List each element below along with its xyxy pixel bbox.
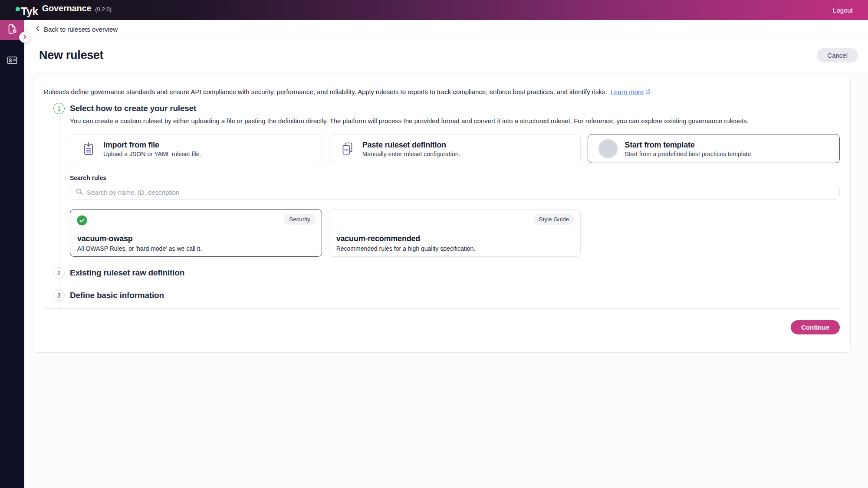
template-card-vacuum-owasp[interactable]: Security vacuum-owasp All OWASP Rules, o… — [70, 209, 322, 257]
option-card-paste-definition[interactable]: </> Paste ruleset definition Manually en… — [329, 134, 581, 163]
back-to-rulesets-link[interactable]: Back to rulesets overview — [35, 26, 118, 33]
template-category-badge: Style Guide — [533, 214, 575, 225]
logout-button[interactable]: Logout — [833, 7, 853, 14]
option-description: Upload a JSON or YAML ruleset file. — [103, 151, 201, 157]
search-icon — [76, 188, 83, 197]
template-category-badge: Security — [283, 214, 316, 225]
logo-product-text: Governance — [42, 3, 92, 13]
step-1-title: Select how to create your ruleset — [70, 103, 840, 114]
template-row: Security vacuum-owasp All OWASP Rules, o… — [70, 209, 840, 257]
import-file-icon — [81, 141, 96, 157]
chevron-left-icon — [35, 26, 41, 33]
new-ruleset-card: Rulesets define governance standards and… — [33, 77, 851, 353]
card-footer: Continue — [44, 320, 840, 334]
search-rules-input[interactable] — [87, 189, 834, 196]
sidebar-item-contacts[interactable] — [0, 51, 24, 71]
sidebar — [0, 20, 24, 488]
page-title: New ruleset — [39, 49, 103, 62]
option-card-import-from-file[interactable]: Import from file Upload a JSON or YAML r… — [70, 134, 322, 163]
sidebar-expand-button[interactable] — [19, 32, 30, 43]
option-description: Start from a predefined best practices t… — [625, 151, 753, 157]
step-1-number: 1 — [53, 103, 65, 114]
template-description: All OWASP Rules, or 'hard mode' as we ca… — [77, 245, 315, 252]
search-rules-label: Search rules — [70, 174, 840, 181]
main-area: Back to rulesets overview New ruleset Ca… — [24, 20, 868, 353]
check-circle-icon — [76, 215, 88, 228]
id-card-icon — [7, 55, 18, 68]
app-version: (0.2.0) — [95, 6, 112, 13]
learn-more-link[interactable]: Learn more — [611, 88, 651, 96]
chevron-right-icon — [22, 33, 27, 41]
app-logo: Tyk Governance (0.2.0) — [16, 3, 112, 17]
paste-code-icon: </> — [340, 141, 355, 157]
template-name: vacuum-owasp — [77, 210, 315, 243]
create-option-row: Import from file Upload a JSON or YAML r… — [70, 134, 840, 163]
step-2-title: Existing ruleset raw definition — [70, 267, 840, 278]
template-card-vacuum-recommended[interactable]: Style Guide vacuum-recommended Recommend… — [329, 209, 581, 257]
page-header: New ruleset Cancel — [24, 39, 868, 71]
tyk-leaf-icon: Tyk — [16, 6, 38, 17]
step-1-description: You can create a custom ruleset by eithe… — [70, 117, 840, 125]
option-description: Manually enter ruleset configuration. — [362, 151, 460, 157]
stepper: 1 Select how to create your ruleset You … — [53, 103, 840, 308]
option-title: Paste ruleset definition — [362, 140, 460, 150]
option-title: Import from file — [103, 140, 201, 150]
top-bar: Tyk Governance (0.2.0) Logout — [0, 0, 868, 20]
step-3-title: Define basic information — [70, 290, 840, 301]
step-2-number: 2 — [53, 267, 65, 278]
intro-row: Rulesets define governance standards and… — [44, 88, 840, 96]
step-1: 1 Select how to create your ruleset You … — [53, 103, 840, 257]
search-box — [70, 185, 840, 200]
step-3-number: 3 — [53, 290, 65, 301]
external-link-icon — [645, 88, 651, 96]
continue-button[interactable]: Continue — [791, 320, 840, 334]
back-link-label: Back to rulesets overview — [44, 26, 118, 33]
cancel-button[interactable]: Cancel — [817, 48, 858, 62]
intro-text: Rulesets define governance standards and… — [44, 88, 607, 96]
option-title: Start from template — [625, 140, 753, 150]
logo-brand-text: Tyk — [21, 6, 38, 17]
option-card-start-from-template[interactable]: Start from template Start from a predefi… — [588, 134, 840, 163]
card-footer-divider — [44, 308, 840, 309]
svg-text:</>: </> — [344, 148, 349, 152]
back-navigation-bar: Back to rulesets overview — [24, 20, 868, 39]
step-3: 3 Define basic information — [53, 290, 840, 301]
template-placeholder-icon — [598, 139, 618, 158]
learn-more-label: Learn more — [611, 88, 644, 96]
ruleset-shield-document-icon — [7, 23, 18, 36]
template-description: Recommended rules for a high quality spe… — [336, 245, 574, 252]
step-2: 2 Existing ruleset raw definition — [53, 267, 840, 278]
